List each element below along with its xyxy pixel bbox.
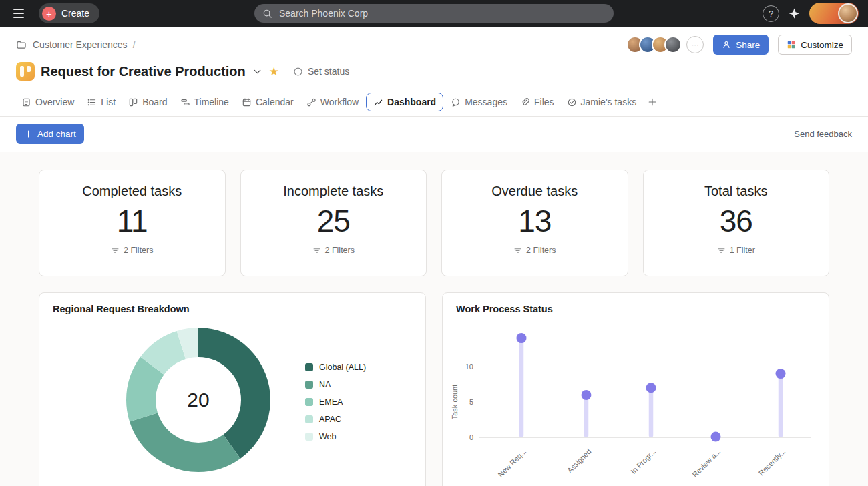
x-tick-label: In Progr... xyxy=(629,447,657,475)
tab-timeline[interactable]: Timeline xyxy=(175,93,234,111)
tab-label: Messages xyxy=(465,97,507,107)
stat-card-value: 25 xyxy=(241,203,427,239)
stat-card-title: Overdue tasks xyxy=(442,184,628,199)
title-menu-button[interactable] xyxy=(252,66,263,77)
y-tick-label: 0 xyxy=(469,433,473,441)
account-avatar-button[interactable] xyxy=(809,3,859,24)
tab-jamie-s-tasks[interactable]: Jamie's tasks xyxy=(562,93,642,111)
teammate-avatar-4[interactable] xyxy=(664,36,682,53)
work-process-status-chart-card[interactable]: Work Process Status 0510Task countNew Re… xyxy=(442,292,829,486)
chart-row: Regional Request Breakdown 20 Global (AL… xyxy=(39,292,829,486)
stat-card-value: 36 xyxy=(644,203,829,239)
dashboard-toolbar: Add chart Send feedback xyxy=(0,117,868,152)
tab-messages[interactable]: Messages xyxy=(445,93,513,111)
avatar-overflow-button[interactable]: ··· xyxy=(686,36,704,53)
board-icon xyxy=(128,97,138,107)
filter-icon xyxy=(312,246,321,255)
stat-card-completed-tasks[interactable]: Completed tasks112 Filters xyxy=(39,170,226,276)
tab-board[interactable]: Board xyxy=(123,93,172,111)
search-icon xyxy=(262,9,272,19)
user-avatar xyxy=(838,3,858,23)
legend-item-emea: EMEA xyxy=(305,393,366,411)
filter-count-label: 2 Filters xyxy=(526,246,556,255)
lollipop-dot-in-progr xyxy=(646,383,656,393)
sparkle-icon xyxy=(788,7,801,20)
breadcrumb-separator: / xyxy=(133,39,136,50)
ai-sparkle-button[interactable] xyxy=(788,7,801,20)
stat-card-value: 11 xyxy=(39,203,225,239)
legend-swatch xyxy=(305,433,313,441)
add-tab-button[interactable] xyxy=(644,93,661,111)
tab-workflow[interactable]: Workflow xyxy=(301,93,364,111)
filter-icon xyxy=(111,246,120,255)
stat-card-title: Total tasks xyxy=(644,184,829,199)
legend-swatch xyxy=(305,398,313,406)
filter-icon xyxy=(717,246,726,255)
lollipop-dot-recently xyxy=(776,369,786,379)
tab-list[interactable]: List xyxy=(81,93,121,111)
stat-card-filters: 2 Filters xyxy=(312,246,355,255)
breadcrumb-link[interactable]: Customer Experiences xyxy=(33,39,128,50)
share-button[interactable]: Share xyxy=(713,35,769,55)
create-button[interactable]: + Create xyxy=(39,3,99,23)
filter-count-label: 2 Filters xyxy=(124,246,153,255)
page-title: Request for Creative Production xyxy=(41,64,246,79)
tab-label: Timeline xyxy=(194,97,229,107)
share-icon xyxy=(722,40,731,49)
folder-icon xyxy=(16,39,27,50)
stat-card-value: 13 xyxy=(442,203,628,239)
lollipop-stem-in-progr xyxy=(649,388,654,437)
set-status-button[interactable]: Set status xyxy=(293,66,349,77)
breadcrumb: Customer Experiences / ··· Share Customi… xyxy=(16,36,852,53)
timeline-icon xyxy=(180,97,190,107)
stat-card-row: Completed tasks112 FiltersIncomplete tas… xyxy=(39,170,829,276)
help-button[interactable]: ? xyxy=(763,5,779,22)
hamburger-menu-button[interactable] xyxy=(9,4,28,23)
create-label: Create xyxy=(61,8,89,19)
tab-overview[interactable]: Overview xyxy=(16,93,79,111)
stat-card-title: Completed tasks xyxy=(39,184,225,199)
tab-dashboard[interactable]: Dashboard xyxy=(366,93,443,111)
title-row: Request for Creative Production ★ Set st… xyxy=(16,60,852,83)
tab-label: Board xyxy=(142,97,167,107)
tab-label: Jamie's tasks xyxy=(581,97,637,107)
list-icon xyxy=(87,97,97,107)
stat-card-title: Incomplete tasks xyxy=(241,184,427,199)
legend-swatch xyxy=(305,415,313,423)
favorite-star-button[interactable]: ★ xyxy=(269,66,279,77)
customize-label: Customize xyxy=(801,40,843,50)
chart-legend: Global (ALL)NAEMEAAPACWeb xyxy=(305,358,366,445)
tab-label: List xyxy=(101,97,116,107)
legend-swatch xyxy=(305,363,313,371)
tab-bar: OverviewListBoardTimelineCalendarWorkflo… xyxy=(16,88,852,116)
lollipop-stem-new-req xyxy=(519,338,524,437)
stat-card-overdue-tasks[interactable]: Overdue tasks132 Filters xyxy=(441,170,628,276)
messages-icon xyxy=(451,97,461,107)
regional-breakdown-chart-card[interactable]: Regional Request Breakdown 20 Global (AL… xyxy=(39,292,426,486)
x-tick-label: Assigned xyxy=(566,447,592,474)
filter-icon xyxy=(513,246,522,255)
search-input[interactable] xyxy=(278,7,606,19)
tab-label: Workflow xyxy=(320,97,359,107)
plus-circle-icon: + xyxy=(42,7,56,21)
legend-label: Global (ALL) xyxy=(319,362,366,372)
donut-total-value: 20 xyxy=(125,326,272,473)
add-chart-label: Add chart xyxy=(37,129,76,139)
app-root: + Create ? xyxy=(0,0,868,486)
stat-card-incomplete-tasks[interactable]: Incomplete tasks252 Filters xyxy=(240,170,427,276)
add-chart-button[interactable]: Add chart xyxy=(16,124,84,144)
filter-count-label: 2 Filters xyxy=(325,246,355,255)
status-circle-icon xyxy=(293,67,303,77)
legend-item-global-all: Global (ALL) xyxy=(305,358,366,376)
legend-item-na: NA xyxy=(305,376,366,393)
send-feedback-link[interactable]: Send feedback xyxy=(794,129,852,139)
dashboard-icon xyxy=(373,97,383,107)
header-actions: ··· Share Customize xyxy=(626,35,852,55)
grid-icon xyxy=(787,40,796,49)
tab-calendar[interactable]: Calendar xyxy=(236,93,299,111)
lollipop-stem-assigned xyxy=(584,395,589,437)
customize-button[interactable]: Customize xyxy=(778,35,852,55)
stat-card-total-tasks[interactable]: Total tasks361 Filter xyxy=(643,170,830,276)
search-bar xyxy=(254,4,614,23)
tab-files[interactable]: Files xyxy=(515,93,560,111)
